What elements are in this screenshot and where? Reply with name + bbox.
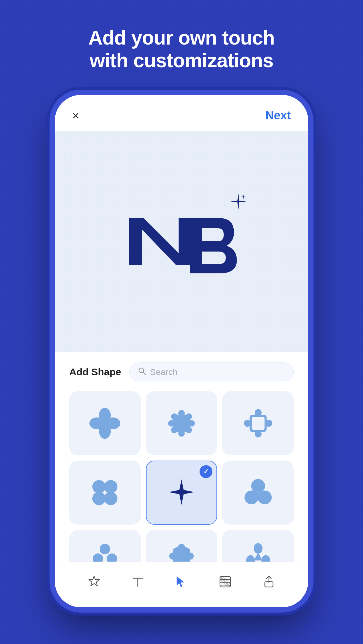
svg-marker-41 [89,576,99,586]
logo-container [120,201,243,282]
svg-point-24 [92,492,106,505]
logo-canvas [55,131,308,352]
svg-line-1 [143,372,145,374]
texture-icon [218,575,232,589]
partial-shape-2-icon [168,543,195,562]
svg-point-39 [261,555,270,562]
svg-point-23 [104,480,118,493]
svg-point-19 [255,431,262,438]
shape-card-2[interactable] [146,391,217,455]
shapes-toolbar-button[interactable] [170,570,193,593]
svg-point-34 [187,553,194,560]
add-shape-section: Add Shape Search [55,352,308,562]
export-toolbar-button[interactable] [257,570,281,593]
four-circle-clover-icon [89,477,121,509]
star-icon [87,575,101,589]
svg-point-30 [93,553,103,562]
partial-shape-1-icon [92,543,118,562]
svg-point-6 [101,420,109,427]
selected-checkmark: ✓ [200,465,212,478]
text-icon [131,575,145,589]
partial-shape-3-icon [245,543,271,562]
shape-grid: ✓ [55,388,308,562]
trefoil-icon [242,477,274,509]
svg-point-10 [188,420,195,427]
sparkle-star-icon [165,477,198,509]
shape-card-7[interactable] [69,530,141,562]
text-toolbar-button[interactable] [126,570,149,593]
gear-flower-icon [165,407,198,439]
search-placeholder: Search [150,367,178,377]
add-shape-label: Add Shape [69,366,121,378]
svg-point-33 [178,544,185,551]
svg-point-36 [169,553,176,560]
shape-card-6[interactable] [222,461,294,525]
shape-card-9[interactable] [222,530,294,562]
svg-point-38 [246,555,255,562]
shape-card-8[interactable] [146,530,217,562]
shape-card-3[interactable] [222,391,294,455]
scallop-square-icon [242,407,274,439]
page-title: Add your own touch with customizations [88,26,274,72]
four-petal-icon [89,407,121,439]
shape-card-4[interactable] [69,461,141,525]
svg-point-18 [265,420,272,427]
phone-mockup: × Next Add Shape [55,95,308,607]
shape-card-1[interactable] [69,391,141,455]
svg-point-12 [178,430,185,437]
svg-point-15 [171,413,177,420]
svg-point-37 [254,543,262,554]
svg-point-31 [107,553,117,562]
svg-point-17 [255,409,262,416]
phone-topbar: × Next [55,95,308,131]
search-icon [138,367,146,377]
svg-point-9 [186,413,192,420]
svg-point-14 [168,420,175,427]
search-bar[interactable]: Search [129,362,294,381]
nb-logo [120,201,243,282]
texture-toolbar-button[interactable] [214,570,237,593]
next-button[interactable]: Next [265,109,291,122]
svg-rect-21 [252,417,265,430]
sparkle-decoration [228,192,249,216]
export-icon [262,575,276,589]
svg-point-8 [178,410,185,417]
star-toolbar-button[interactable] [82,570,106,593]
svg-point-20 [244,420,251,427]
svg-point-22 [92,480,106,493]
add-shape-header: Add Shape Search [55,352,308,388]
svg-point-13 [171,427,177,433]
close-button[interactable]: × [72,110,79,121]
svg-point-11 [186,427,192,433]
svg-marker-40 [254,553,262,560]
bottom-toolbar [55,562,308,607]
svg-point-29 [100,544,110,554]
shape-card-5[interactable]: ✓ [146,461,217,525]
shapes-icon [174,574,189,589]
svg-point-25 [104,492,118,505]
